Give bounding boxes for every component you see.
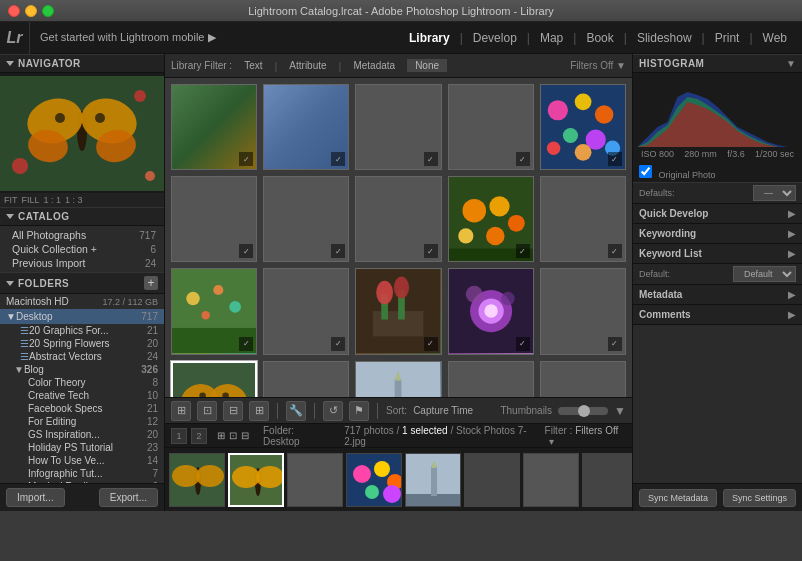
sync-metadata-btn[interactable]: Sync Metadata — [639, 489, 717, 507]
folder-fbspecs[interactable]: Facebook Specs 21 — [0, 402, 164, 415]
photo-cell[interactable]: ✓ — [171, 268, 257, 354]
compare-view-btn[interactable]: ⊟ — [223, 401, 243, 421]
maximize-button[interactable] — [42, 5, 54, 17]
develop-btn[interactable]: 🔧 — [286, 401, 306, 421]
photo-cell[interactable]: ✓ — [263, 268, 349, 354]
film-thumb[interactable] — [464, 453, 520, 507]
folders-header[interactable]: Folders + — [0, 272, 164, 294]
module-print[interactable]: Print — [705, 27, 750, 49]
film-thumb[interactable] — [582, 453, 632, 507]
flag-btn[interactable]: ⚑ — [349, 401, 369, 421]
cell-checkbox[interactable]: ✓ — [331, 244, 345, 258]
film-thumb[interactable] — [523, 453, 579, 507]
cell-checkbox[interactable]: ✓ — [608, 152, 622, 166]
catalog-header[interactable]: Catalog — [0, 207, 164, 226]
photo-cell[interactable]: ✓ — [171, 176, 257, 262]
module-web[interactable]: Web — [753, 27, 797, 49]
folder-20spring[interactable]: ☰ 20 Spring Flowers 20 — [0, 337, 164, 350]
sync-settings-btn[interactable]: Sync Settings — [723, 489, 796, 507]
page-1-btn[interactable]: 1 — [171, 428, 187, 444]
folder-gsinspiration[interactable]: GS Inspiration... 20 — [0, 428, 164, 441]
module-develop[interactable]: Develop — [463, 27, 527, 49]
photo-cell[interactable]: ✓ — [448, 176, 534, 262]
photo-cell[interactable]: ✓ — [355, 84, 441, 170]
folder-infographic[interactable]: Infographic Tut... 7 — [0, 467, 164, 480]
import-button[interactable]: Import... — [6, 488, 65, 507]
cell-checkbox[interactable]: ✓ — [239, 152, 253, 166]
photo-cell[interactable]: ✓ — [263, 84, 349, 170]
quick-develop-panel[interactable]: Quick Develop ▶ — [633, 204, 802, 224]
thumbnail-slider[interactable] — [558, 407, 608, 415]
photo-cell[interactable]: ✓ — [263, 361, 349, 397]
photo-cell[interactable]: ✓ — [355, 268, 441, 354]
folder-forediting[interactable]: For Editing 12 — [0, 415, 164, 428]
film-thumb[interactable] — [169, 453, 225, 507]
filter-dropdown-icon[interactable]: ▾ — [549, 436, 554, 447]
folder-creativetech[interactable]: Creative Tech 10 — [0, 389, 164, 402]
folder-blog[interactable]: ▼ Blog 326 — [0, 363, 164, 376]
navigator-header[interactable]: Navigator — [0, 54, 164, 73]
photo-grid-area[interactable]: ✓ ✓ ✓ ✓ — [165, 78, 632, 397]
folder-add-button[interactable]: + — [144, 276, 158, 290]
loupe-mini-btn[interactable]: ⊡ — [229, 430, 237, 441]
survey-view-btn[interactable]: ⊞ — [249, 401, 269, 421]
photo-cell[interactable]: ✓ — [355, 361, 441, 397]
film-thumb[interactable] — [405, 453, 461, 507]
cell-checkbox[interactable]: ✓ — [608, 337, 622, 351]
comments-panel[interactable]: Comments ▶ — [633, 305, 802, 325]
cell-checkbox[interactable]: ✓ — [239, 244, 253, 258]
photo-cell[interactable]: ✓ — [448, 361, 534, 397]
nav-fit-btn[interactable]: FIT — [4, 195, 18, 205]
catalog-prev-import[interactable]: Previous Import 24 — [0, 256, 164, 270]
film-thumb[interactable] — [346, 453, 402, 507]
nav-1to1-btn[interactable]: 1 : 1 — [44, 195, 62, 205]
navigator-preview[interactable] — [0, 73, 165, 193]
histogram-header[interactable]: Histogram ▼ — [633, 54, 802, 73]
photo-cell[interactable]: ✓ — [448, 268, 534, 354]
metadata-dropdown[interactable]: Default — [733, 266, 796, 282]
photo-cell[interactable]: ✓ — [540, 361, 626, 397]
cell-checkbox[interactable]: ✓ — [331, 337, 345, 351]
metadata-panel[interactable]: Metadata ▶ — [633, 285, 802, 305]
compare-mini-btn[interactable]: ⊟ — [241, 430, 249, 441]
mobile-banner[interactable]: Get started with Lightroom mobile ▶ — [30, 31, 399, 44]
minimize-button[interactable] — [25, 5, 37, 17]
original-photo-checkbox[interactable] — [639, 165, 652, 178]
module-book[interactable]: Book — [576, 27, 623, 49]
cell-checkbox[interactable]: ✓ — [516, 244, 530, 258]
defaults-dropdown[interactable]: — — [753, 185, 796, 201]
export-button[interactable]: Export... — [99, 488, 158, 507]
photo-cell[interactable]: ✓ — [540, 176, 626, 262]
cell-checkbox[interactable]: ✓ — [516, 152, 530, 166]
film-thumb[interactable] — [287, 453, 343, 507]
slider-handle[interactable] — [578, 405, 590, 417]
photo-cell[interactable]: ✓ — [355, 176, 441, 262]
cell-checkbox[interactable]: ✓ — [608, 244, 622, 258]
keywording-panel[interactable]: Keywording ▶ — [633, 224, 802, 244]
folder-desktop[interactable]: ▼ Desktop 717 — [0, 309, 164, 324]
catalog-quick-collection[interactable]: Quick Collection + 6 — [0, 242, 164, 256]
module-library[interactable]: Library — [399, 27, 460, 49]
rotate-btn[interactable]: ↺ — [323, 401, 343, 421]
filter-metadata-option[interactable]: Metadata — [349, 59, 399, 72]
folder-20graphics[interactable]: ☰ 20 Graphics For... 21 — [0, 324, 164, 337]
filter-text-option[interactable]: Text — [240, 59, 266, 72]
photo-cell[interactable]: ✓ — [540, 84, 626, 170]
cell-checkbox[interactable]: ✓ — [424, 337, 438, 351]
module-map[interactable]: Map — [530, 27, 573, 49]
folder-howtouse[interactable]: How To Use Ve... 14 — [0, 454, 164, 467]
filter-right-label[interactable]: Filters Off ▼ — [570, 60, 626, 71]
nav-fill-btn[interactable]: FILL — [22, 195, 40, 205]
photo-cell[interactable]: ✓ — [540, 268, 626, 354]
photo-cell[interactable]: ✓ — [263, 176, 349, 262]
nav-1to3-btn[interactable]: 1 : 3 — [65, 195, 83, 205]
hd-drive-item[interactable]: Macintosh HD 17.2 / 112 GB — [0, 294, 164, 309]
loupe-view-btn[interactable]: ⊡ — [197, 401, 217, 421]
catalog-all-photos[interactable]: All Photographs 717 — [0, 228, 164, 242]
close-button[interactable] — [8, 5, 20, 17]
folder-holidayps[interactable]: Holiday PS Tutorial 23 — [0, 441, 164, 454]
cell-checkbox[interactable]: ✓ — [239, 337, 253, 351]
page-2-btn[interactable]: 2 — [191, 428, 207, 444]
cell-checkbox[interactable]: ✓ — [424, 244, 438, 258]
sort-dropdown[interactable]: Capture Time — [413, 405, 473, 416]
